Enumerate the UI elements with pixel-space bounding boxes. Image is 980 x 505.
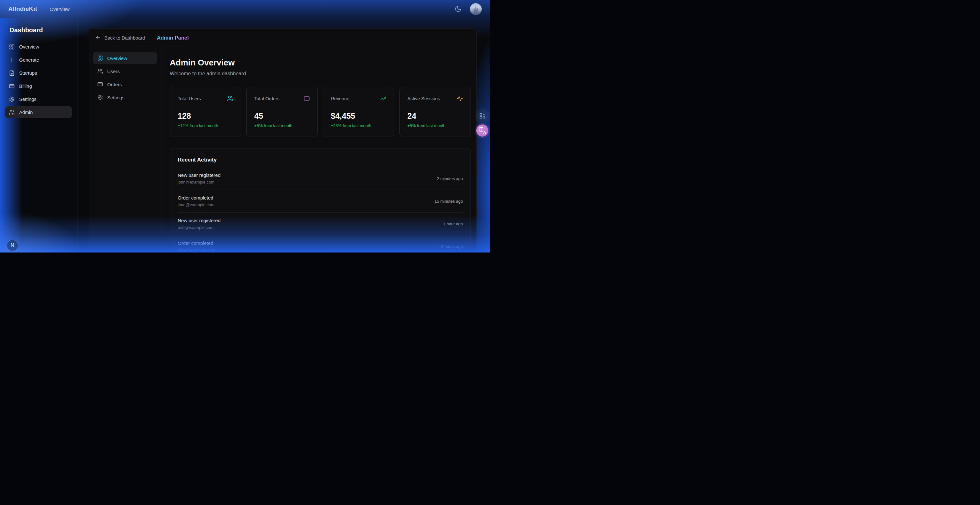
- castle-photo: [473, 6, 479, 14]
- sidebar-item-label: Generate: [19, 57, 39, 62]
- sidebar-item-label: Startups: [19, 70, 37, 76]
- activity-email: jane@example.com: [178, 202, 215, 207]
- stat-card-active-sessions: Active Sessions 24 +5% from last month: [399, 87, 471, 137]
- stat-label: Active Sessions: [407, 96, 440, 101]
- activity-title-text: New user registered: [178, 218, 220, 223]
- users-icon: [97, 69, 103, 74]
- admin-nav-label: Overview: [107, 56, 127, 61]
- activity-timestamp: 2 minutes ago: [437, 176, 463, 181]
- trending-up-icon: [380, 96, 386, 102]
- activity-timestamp: 3 hours ago: [441, 244, 463, 249]
- admin-nav-label: Settings: [107, 95, 124, 100]
- credit-card-icon: [97, 81, 103, 87]
- activity-title-text: Order completed: [178, 195, 215, 201]
- recent-activity-card: Recent Activity New user registered john…: [170, 148, 471, 253]
- stat-value: 128: [178, 112, 233, 121]
- extension-translate-button[interactable]: A: [476, 124, 488, 137]
- recent-activity-title: Recent Activity: [178, 157, 463, 163]
- stat-label: Total Orders: [254, 96, 280, 101]
- stat-card-total-orders: Total Orders 45 +8% from last month: [246, 87, 318, 137]
- sidebar-item-label: Admin: [19, 110, 33, 115]
- arrow-left-icon: [95, 35, 101, 41]
- back-link-label: Back to Dashboard: [104, 35, 145, 41]
- activity-row: New user registered bob@example.com 1 ho…: [178, 213, 463, 235]
- stat-card-total-users: Total Users 128 +12% from last month: [170, 87, 241, 137]
- admin-dashboard-page: AIIndieKit Overview Dashboard Overview: [0, 0, 490, 253]
- activity-title-text: New user registered: [178, 172, 220, 178]
- admin-nav-users[interactable]: Users: [93, 65, 157, 77]
- users-icon: [9, 110, 15, 115]
- activity-timestamp: 15 minutes ago: [434, 199, 463, 204]
- users-icon: [227, 96, 233, 102]
- activity-timestamp: 1 hour ago: [443, 221, 463, 226]
- sidebar-item-overview[interactable]: Overview: [5, 41, 72, 53]
- credit-card-icon: [9, 83, 15, 89]
- stat-delta: +5% from last month: [407, 123, 463, 128]
- admin-content: Admin Overview Welcome to the admin dash…: [161, 47, 476, 253]
- activity-row: Order completed jane@example.com 15 minu…: [178, 190, 463, 213]
- stat-label: Total Users: [178, 96, 201, 101]
- activity-list: New user registered john@example.com 2 m…: [178, 167, 463, 253]
- main-sidebar: Dashboard Overview Generate Startups: [0, 18, 78, 253]
- gear-icon: [97, 94, 103, 100]
- topnav-overview-link[interactable]: Overview: [50, 6, 70, 12]
- admin-nav-label: Users: [107, 69, 119, 74]
- stat-label: Revenue: [331, 96, 349, 101]
- topnav-right-group: [454, 3, 482, 15]
- stat-delta: +8% from last month: [254, 123, 310, 128]
- sidebar-menu: Overview Generate Startups Billing: [0, 41, 77, 118]
- activity-row: Order completed alice@example.com 3 hour…: [178, 235, 463, 253]
- user-avatar[interactable]: [470, 3, 482, 15]
- file-text-icon: [9, 70, 15, 76]
- stat-value: $4,455: [331, 112, 386, 121]
- sidebar-item-billing[interactable]: Billing: [5, 80, 72, 92]
- activity-email: john@example.com: [178, 180, 220, 185]
- stat-value: 45: [254, 112, 310, 121]
- admin-nav: Overview Users Orders: [89, 47, 161, 253]
- translate-letter: A: [483, 130, 486, 135]
- qr-sparkle-icon: [479, 113, 485, 119]
- back-to-dashboard-link[interactable]: Back to Dashboard: [95, 35, 145, 41]
- sidebar-item-settings[interactable]: Settings: [5, 93, 72, 105]
- grid-icon: [97, 55, 103, 61]
- plus-icon: [9, 57, 15, 63]
- activity-row: New user registered john@example.com 2 m…: [178, 167, 463, 190]
- nextjs-dev-badge[interactable]: N: [7, 240, 18, 251]
- admin-nav-orders[interactable]: Orders: [93, 78, 157, 90]
- moon-icon: [455, 5, 461, 13]
- activity-icon: [457, 96, 463, 102]
- activity-title-text: Order completed: [178, 241, 215, 246]
- extension-qr-button[interactable]: [476, 110, 488, 122]
- sidebar-item-label: Overview: [19, 44, 39, 49]
- admin-panel: Back to Dashboard Admin Panel Overview: [89, 29, 477, 253]
- activity-email: bob@example.com: [178, 225, 220, 230]
- stats-row: Total Users 128 +12% from last month Tot…: [170, 87, 471, 137]
- brand-logo: AIIndieKit: [8, 5, 37, 13]
- admin-panel-body: Overview Users Orders: [89, 47, 476, 253]
- translate-icon: [479, 127, 483, 132]
- page-title: Admin Overview: [170, 58, 471, 68]
- stat-delta: +23% from last month: [331, 123, 386, 128]
- admin-nav-settings[interactable]: Settings: [93, 91, 157, 104]
- stat-delta: +12% from last month: [178, 123, 233, 128]
- sidebar-item-generate[interactable]: Generate: [5, 54, 72, 66]
- sidebar-title: Dashboard: [10, 27, 77, 34]
- sidebar-item-admin[interactable]: Admin: [5, 106, 72, 118]
- stat-value: 24: [407, 112, 463, 121]
- sidebar-item-startups[interactable]: Startups: [5, 67, 72, 79]
- admin-panel-header: Back to Dashboard Admin Panel: [89, 29, 476, 47]
- top-navbar: AIIndieKit Overview: [0, 0, 490, 18]
- theme-toggle-button[interactable]: [454, 5, 462, 13]
- stat-card-revenue: Revenue $4,455 +23% from last month: [323, 87, 394, 137]
- sidebar-item-label: Settings: [19, 96, 37, 102]
- page-subtitle: Welcome to the admin dashboard: [170, 71, 471, 76]
- admin-nav-label: Orders: [107, 82, 122, 87]
- admin-panel-title: Admin Panel: [157, 35, 189, 41]
- grid-icon: [9, 44, 15, 50]
- admin-nav-overview[interactable]: Overview: [93, 52, 157, 64]
- gear-icon: [9, 96, 15, 102]
- activity-email: alice@example.com: [178, 248, 215, 253]
- credit-card-icon: [304, 96, 310, 102]
- sidebar-item-label: Billing: [19, 83, 32, 89]
